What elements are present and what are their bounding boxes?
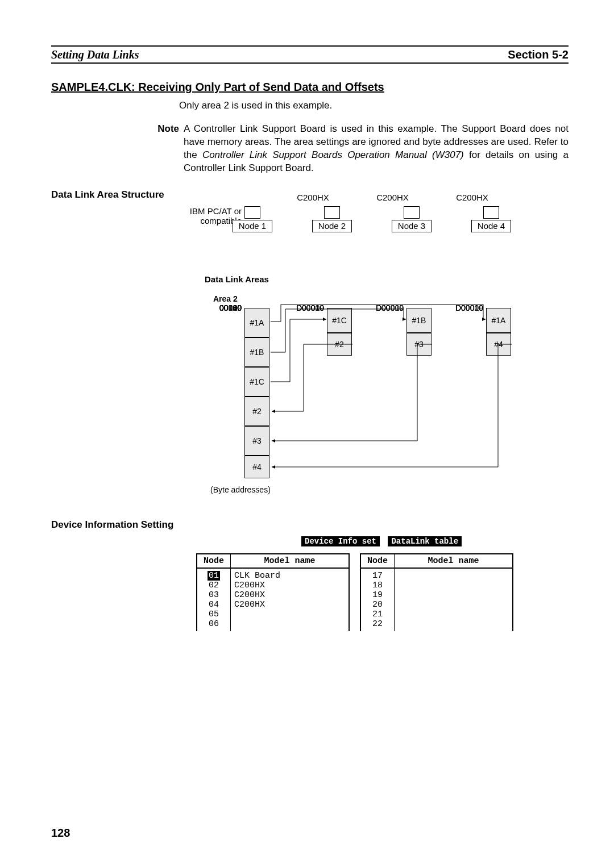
model-col — [395, 569, 512, 631]
header-right: Section 5-2 — [508, 48, 569, 61]
cell: #1A — [244, 308, 269, 337]
node4-top-label: C200HX — [439, 193, 505, 202]
device-table-right: Node Model name 17 18 19 20 21 22 — [360, 553, 513, 631]
table-row[interactable]: 01 — [197, 571, 230, 581]
cell: #3 — [244, 426, 269, 456]
intro-text: Only area 2 is used in this example. — [179, 99, 569, 112]
node3-box: Node 3 — [392, 220, 432, 232]
model-cell: C200HX — [234, 590, 345, 600]
area-diagram: 00000 00020 00040 00060 00080 00100 0011… — [210, 303, 569, 508]
note-italic: Controller Link Support Boards Operation… — [202, 149, 464, 160]
node1-box: Node 1 — [233, 220, 272, 232]
header-left: Setting Data Links — [51, 48, 139, 61]
running-header: Setting Data Links Section 5-2 — [51, 48, 569, 64]
node4-box: Node 4 — [471, 220, 511, 232]
model-cell: C200HX — [234, 581, 345, 590]
th-node: Node — [361, 554, 395, 567]
data-link-areas-title: Data Link Areas — [205, 274, 569, 284]
node1-chip — [244, 206, 260, 219]
table-row[interactable]: 21 — [361, 610, 394, 619]
note-label: Note — [152, 123, 184, 175]
table-row[interactable]: 02 — [197, 581, 230, 590]
mode-tabs: Device Info set DataLink table — [301, 536, 569, 546]
device-tables: Node Model name 01 02 03 04 05 06 CLK Bo… — [196, 553, 569, 631]
cell: #1C — [244, 367, 269, 397]
th-model: Model name — [395, 554, 512, 567]
node-col: 01 02 03 04 05 06 — [197, 569, 231, 631]
th-model: Model name — [231, 554, 349, 567]
model-col: CLK Board C200HX C200HX C200HX — [231, 569, 349, 631]
tab-device-info[interactable]: Device Info set — [301, 536, 380, 546]
note-block: Note A Controller Link Support Board is … — [51, 123, 569, 175]
table-row[interactable]: 20 — [361, 600, 394, 610]
th-node: Node — [197, 554, 231, 567]
node-diagram: IBM PC/AT or compatible Node 1 C200HX No… — [185, 206, 569, 240]
node2-chip — [324, 206, 340, 219]
model-cell: C200HX — [234, 600, 345, 610]
byte-addresses-note: (Byte addresses) — [210, 485, 271, 494]
page-number: 128 — [51, 827, 70, 840]
table-row[interactable]: 05 — [197, 610, 230, 619]
device-table-left: Node Model name 01 02 03 04 05 06 CLK Bo… — [196, 553, 350, 631]
addr: 00119 — [210, 303, 242, 312]
page: Setting Data Links Section 5-2 SAMPLE4.C… — [0, 0, 614, 868]
table-row[interactable]: 18 — [361, 581, 394, 590]
table-row[interactable]: 17 — [361, 571, 394, 581]
node2-box: Node 2 — [312, 220, 352, 232]
arrows-svg — [269, 308, 514, 490]
cell: #1B — [244, 337, 269, 367]
node2-top-label: C200HX — [280, 193, 346, 202]
rule-top — [51, 45, 569, 47]
selected-node: 01 — [208, 571, 220, 581]
area2-label: Area 2 — [213, 294, 569, 303]
node-col: 17 18 19 20 21 22 — [361, 569, 395, 631]
table-row[interactable]: 04 — [197, 600, 230, 610]
cell: #2 — [244, 397, 269, 426]
cell: #4 — [244, 456, 269, 478]
node3-chip — [404, 206, 420, 219]
node3-top-label: C200HX — [360, 193, 425, 202]
table-row[interactable]: 03 — [197, 590, 230, 600]
model-cell: CLK Board — [234, 571, 345, 581]
table-row[interactable]: 19 — [361, 590, 394, 600]
tab-datalink-table[interactable]: DataLink table — [388, 536, 462, 546]
table-row[interactable]: 06 — [197, 619, 230, 629]
section-heading: SAMPLE4.CLK: Receiving Only Part of Send… — [51, 81, 569, 94]
table-row[interactable]: 22 — [361, 619, 394, 629]
subheading-device-info: Device Information Setting — [51, 519, 569, 531]
node4-chip — [483, 206, 499, 219]
note-body: A Controller Link Support Board is used … — [184, 123, 569, 175]
